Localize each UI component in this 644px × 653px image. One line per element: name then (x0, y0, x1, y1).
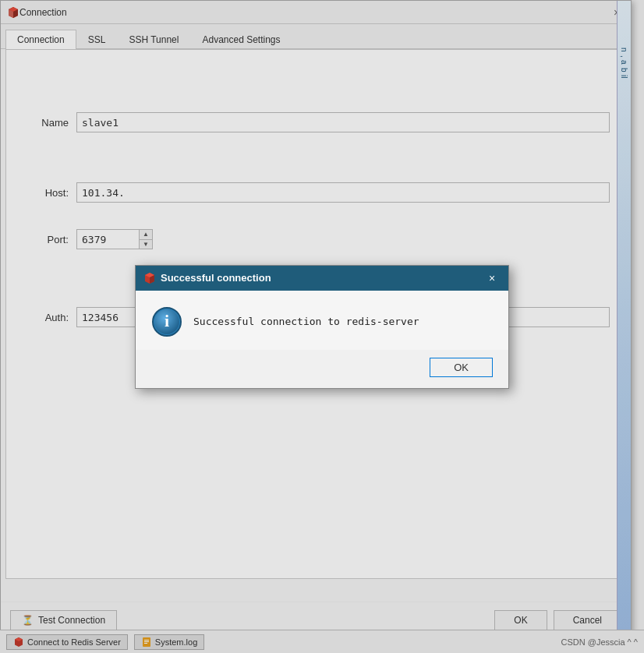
modal-close-button[interactable]: × (483, 270, 501, 287)
modal-footer: OK (136, 350, 508, 388)
modal-dialog: Successful connection × i Successful con… (135, 265, 509, 389)
svg-text:i: i (165, 311, 169, 330)
modal-title-text: Successful connection (161, 272, 483, 284)
modal-ok-button[interactable]: OK (430, 358, 493, 377)
modal-message: Successful connection to redis-server (193, 316, 419, 327)
modal-overlay: Successful connection × i Successful con… (0, 0, 644, 653)
modal-title-bar: Successful connection × (136, 266, 508, 291)
modal-body: i Successful connection to redis-server (136, 291, 508, 350)
modal-title-icon (143, 271, 161, 284)
info-icon: i (151, 306, 182, 337)
